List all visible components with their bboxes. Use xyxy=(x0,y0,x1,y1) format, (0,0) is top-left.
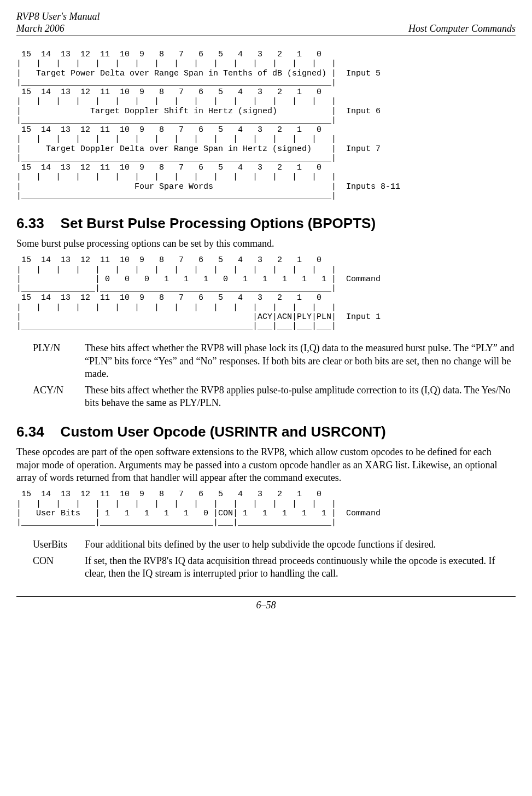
definition-row: ACY/N These bits affect whether the RVP8… xyxy=(33,384,516,410)
definition-term: CON xyxy=(33,555,85,580)
definition-body: If set, then the RVP8's IQ data acquisit… xyxy=(85,555,516,580)
header-right: Host Computer Commands xyxy=(408,11,516,34)
page-footer: 6–58 xyxy=(16,596,516,612)
section-633-intro: Some burst pulse processing options can … xyxy=(16,237,516,250)
manual-title: RVP8 User's Manual xyxy=(16,11,100,23)
page-number: 6–58 xyxy=(256,600,276,611)
section-title: Set Burst Pulse Processing Options (BPOP… xyxy=(61,215,376,231)
section-number: 6.33 xyxy=(16,215,44,231)
section-heading-634: 6.34Custom User Opcode (USRINTR and USRC… xyxy=(16,423,516,441)
section-634-intro: These opcodes are part of the open softw… xyxy=(16,446,516,484)
definition-term: PLY/N xyxy=(33,342,85,380)
definition-body: These bits affect whether the RVP8 will … xyxy=(85,342,516,380)
section-title: Custom User Opcode (USRINTR and USRCONT) xyxy=(61,423,386,440)
section-number: 6.34 xyxy=(16,423,44,440)
definition-row: CON If set, then the RVP8's IQ data acqu… xyxy=(33,555,516,580)
definition-term: ACY/N xyxy=(33,384,85,410)
definition-body: These bits affect whether the RVP8 appli… xyxy=(85,384,516,410)
bit-diagram-usr: 15 14 13 12 11 10 9 8 7 6 5 4 3 2 1 0 | … xyxy=(16,490,516,527)
definition-row: PLY/N These bits affect whether the RVP8… xyxy=(33,342,516,380)
page-header: RVP8 User's Manual March 2006 Host Compu… xyxy=(16,11,516,36)
definition-row: UserBits Four additional bits defined by… xyxy=(33,538,516,551)
bit-diagram-bpopts: 15 14 13 12 11 10 9 8 7 6 5 4 3 2 1 0 | … xyxy=(16,255,516,331)
header-left: RVP8 User's Manual March 2006 xyxy=(16,11,100,34)
chapter-title: Host Computer Commands xyxy=(408,23,516,35)
definition-term: UserBits xyxy=(33,538,85,551)
definition-body: Four additional bits defined by the user… xyxy=(85,538,516,551)
bit-diagram-inputs: 15 14 13 12 11 10 9 8 7 6 5 4 3 2 1 0 | … xyxy=(16,50,516,201)
manual-date: March 2006 xyxy=(16,23,100,35)
section-heading-633: 6.33Set Burst Pulse Processing Options (… xyxy=(16,214,516,233)
